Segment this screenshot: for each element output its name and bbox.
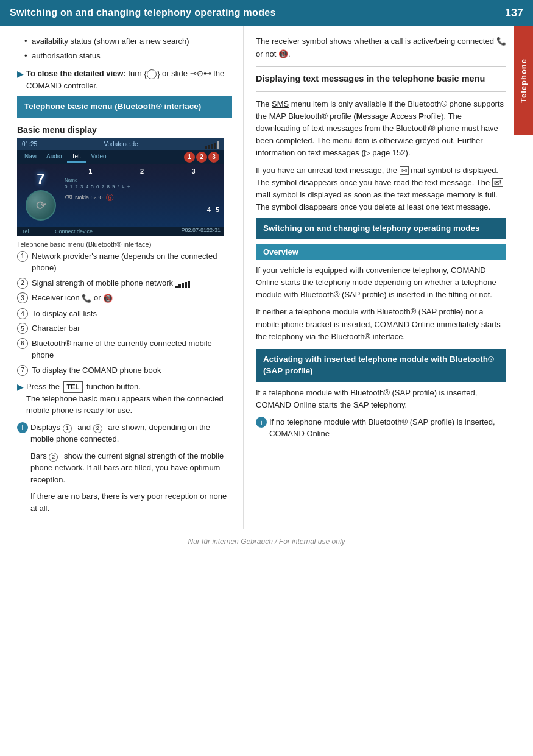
bullet-list: availability status (shown after a new s… (17, 35, 232, 62)
sms-intro: The (256, 99, 269, 108)
list-item-3: 3 Receiver icon 📞 or 📵 (17, 292, 232, 304)
unread-msg-para: If you have an unread text message, the … (256, 164, 506, 214)
list-item-1: 1 Network provider's name (depends on th… (17, 250, 232, 274)
press-tel-sub: The telephone basic menu appears when th… (26, 394, 224, 415)
watermark: Nur für internen Gebrauch / For internal… (0, 529, 533, 551)
bottom-connect: Connect device (55, 228, 93, 235)
activating-box: Activating with inserted telephone modul… (256, 349, 506, 382)
section-rule-1 (256, 66, 506, 67)
num-3: 3 (192, 168, 196, 175)
sms-para: The SMS menu item is only available if t… (256, 98, 506, 160)
side-tab: Telephone (514, 26, 533, 135)
right-arrow-icon: } (157, 69, 160, 80)
menu-body: 7 ⟳ 1 2 3 Name 0 1 2 3 4 5 6 7 8 9 * # + (17, 164, 224, 227)
left-column: availability status (shown after a new s… (0, 26, 244, 529)
menu-top-bar: 01:25 Vodafone.de (17, 138, 224, 150)
displaying-text-heading: Displaying text messages in the telephon… (256, 73, 506, 85)
badge-6: ⑥ (105, 192, 114, 203)
list-item-4: 4 To display call lists (17, 308, 232, 320)
overview-subheader: Overview (256, 244, 506, 260)
sms-label: SMS (272, 99, 289, 108)
dial-circle: ⟳ (26, 190, 56, 221)
network-name: Vodafone.de (104, 141, 138, 147)
receiver-inactive-icon: 📵 (278, 48, 288, 60)
info-block-1: i Displays 1 and 2 are shown, depending … (17, 422, 232, 445)
num-4: 4 (207, 206, 211, 213)
telephone-basic-menu-box: Telephone basic menu (Bluetooth® interfa… (17, 96, 232, 118)
press-tel-item: ▶ Press the TEL function button. The tel… (17, 381, 232, 417)
tel-button: TEL (63, 381, 83, 393)
list-item-2: 2 Signal strength of mobile phone networ… (17, 277, 232, 289)
badge-num-7: 7 (17, 365, 28, 376)
signal-bars-2 (175, 280, 190, 288)
menu-right: 1 2 3 Name 0 1 2 3 4 5 6 7 8 9 * # + ⌫ N… (62, 166, 222, 225)
right-column: The receiver symbol shows whether a call… (244, 26, 533, 529)
num-1: 1 (88, 168, 92, 175)
num-2: 2 (140, 168, 144, 175)
dial-circle (147, 69, 157, 79)
switching-box: Switching on and changing telephony oper… (256, 218, 506, 239)
menu-tabs: Navi Audio Tel. Video 1 2 3 (17, 150, 224, 164)
basic-menu-display-heading: Basic menu display (17, 125, 232, 135)
keypad-row: 0 1 2 3 4 5 6 7 8 9 * # + (65, 184, 219, 189)
badge-num-6: 6 (17, 338, 28, 349)
tab-audio: Audio (41, 152, 67, 163)
info-icon-2: i (256, 417, 267, 428)
sms-text-body: menu item is only available if the Bluet… (256, 99, 504, 158)
numbered-list: 1 Network provider's name (depends on th… (17, 250, 232, 376)
badge-num-3: 3 (17, 292, 28, 303)
arrow-icon: ▶ (17, 68, 24, 80)
list-item-5: 5 Character bar (17, 322, 232, 334)
badge-1: 1 (184, 152, 195, 163)
list-item: authorisation status (24, 50, 232, 62)
close-view-label: To close the detailed view: (26, 69, 126, 78)
signal-bars (205, 140, 219, 149)
arrow-icon-2: ▶ (17, 381, 24, 394)
tab-video: Video (86, 152, 111, 163)
bottom-tel: Tel (22, 228, 29, 235)
number-7: 7 (37, 171, 44, 188)
name-label: Name (65, 177, 77, 183)
press-tel-text: Press the (26, 382, 60, 391)
signal-icon (205, 140, 219, 149)
menu-image-inner: 01:25 Vodafone.de Navi (17, 138, 224, 236)
receiver-icon-inactive: 📵 (103, 292, 113, 305)
tab-tel: Tel. (67, 152, 86, 163)
mail-icon: ✉ (400, 166, 409, 175)
list-item-6: 6 Bluetooth® name of the currently conne… (17, 337, 232, 361)
close-view-text: turn (128, 69, 144, 78)
time-display: 01:25 (22, 141, 37, 147)
badge-num-2: 2 (17, 278, 28, 289)
name-row: Name (65, 177, 219, 183)
activating-info-text: If no telephone module with Bluetooth® (… (269, 416, 506, 440)
page-header: Switching on and changing telephony oper… (0, 0, 533, 26)
page-title: Switching on and changing telephony oper… (10, 7, 276, 18)
badge-2: 2 (196, 152, 207, 163)
list-item-7: 7 To display the COMAND phone book (17, 364, 232, 376)
info-block-3: If there are no bars, there is very poor… (30, 490, 232, 514)
info-block-2: Bars 2 show the current signal strength … (30, 450, 232, 486)
close-view-item: ▶ To close the detailed view: turn { } o… (17, 68, 232, 91)
activating-para: If a telephone module with Bluetooth® (S… (256, 387, 506, 411)
mail-full-icon: ✉! (492, 178, 503, 187)
left-arrow-icon: { (144, 69, 146, 80)
info-icon-1: i (17, 422, 28, 433)
menu-image: 01:25 Vodafone.de Navi (17, 138, 224, 236)
number-badges-row: 1 2 3 (65, 168, 219, 175)
num-5: 5 (216, 206, 219, 213)
phone-name: ⌫ Nokia 6230 ⑥ (65, 192, 219, 203)
badge-num-4: 4 (17, 308, 28, 319)
receiver-intro-para: The receiver symbol shows whether a call… (256, 35, 506, 60)
activating-info-block: i If no telephone module with Bluetooth®… (256, 416, 506, 440)
tab-navi: Navi (19, 152, 41, 163)
image-label: P82.87-8122-31 (181, 227, 221, 233)
badge-3: 3 (208, 152, 219, 163)
badge-num-1: 1 (17, 251, 28, 262)
num-4-5: 4 5 (65, 206, 219, 213)
receiver-icon-active: 📞 (82, 292, 91, 305)
receiver-active-icon: 📞 (496, 35, 506, 48)
section-rule-2 (256, 91, 506, 92)
list-item: availability status (shown after a new s… (24, 35, 232, 48)
overview-para-2: If neither a telephone module with Bluet… (256, 306, 506, 342)
overview-para-1: If your vehicle is equipped with conveni… (256, 264, 506, 301)
